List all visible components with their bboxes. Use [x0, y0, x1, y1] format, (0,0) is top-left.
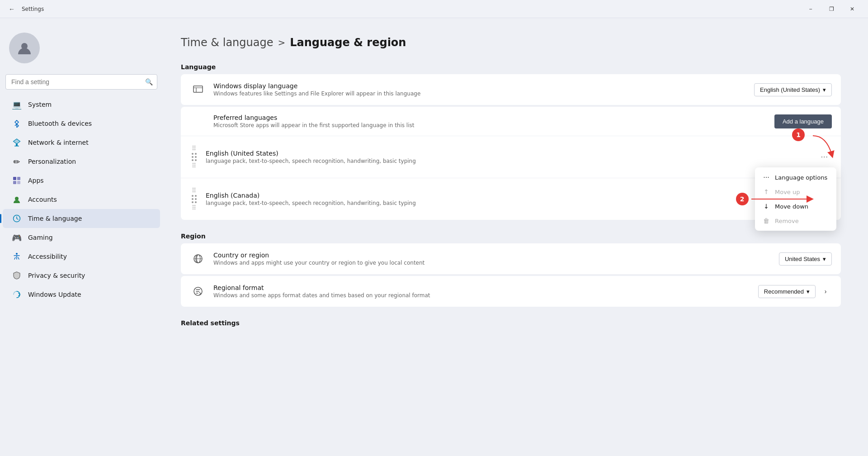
regional-format-dropdown[interactable]: Recommended ▾: [758, 285, 816, 298]
lang2-title: English (Canada): [206, 192, 810, 199]
sidebar-item-label: Accessibility: [28, 253, 67, 260]
country-region-action: United States ▾: [779, 252, 832, 266]
back-button[interactable]: ←: [5, 3, 18, 15]
regional-format-title: Regional format: [213, 284, 751, 291]
search-input[interactable]: [5, 74, 157, 90]
country-region-subtitle: Windows and apps might use your country …: [213, 260, 772, 266]
regional-format-expand[interactable]: ›: [819, 285, 832, 298]
breadcrumb-parent: Time & language: [181, 36, 273, 49]
country-region-dropdown[interactable]: United States ▾: [779, 252, 832, 266]
regional-format-action: Recommended ▾ ›: [758, 285, 832, 298]
gaming-icon: 🎮: [12, 233, 22, 242]
country-region-row: Country or region Windows and apps might…: [181, 243, 841, 274]
svg-rect-10: [193, 86, 203, 92]
network-icon: [12, 138, 22, 147]
context-menu-move-down[interactable]: ↓ Move down: [755, 199, 836, 214]
privacy-icon: [12, 271, 22, 280]
move-down-icon: ↓: [762, 203, 770, 210]
preferred-languages-text: Preferred languages Microsoft Store apps…: [190, 114, 767, 128]
country-region-title: Country or region: [213, 252, 772, 259]
svg-rect-5: [13, 181, 16, 184]
add-language-action: Add a language: [774, 114, 832, 128]
lang1-title: English (United States): [206, 150, 810, 157]
add-language-button[interactable]: Add a language: [774, 114, 832, 128]
remove-icon: 🗑: [762, 217, 770, 224]
lang1-context-menu: ··· Language options ↑ Move up ↓ Move do…: [755, 167, 836, 231]
sidebar-item-accounts[interactable]: Accounts: [3, 190, 160, 209]
lang1-row: English (United States) language pack, t…: [181, 136, 841, 178]
lang2-row: English (Canada) language pack, text-to-…: [181, 178, 841, 220]
context-menu-move-up: ↑ Move up: [755, 185, 836, 199]
sidebar-item-apps[interactable]: Apps: [3, 171, 160, 190]
related-settings-header: Related settings: [181, 319, 841, 327]
context-menu-language-options[interactable]: ··· Language options: [755, 170, 836, 185]
sidebar-item-gaming[interactable]: 🎮 Gaming: [3, 228, 160, 247]
search-area: 🔍: [5, 74, 157, 90]
svg-rect-4: [17, 177, 20, 180]
sidebar-item-privacy[interactable]: Privacy & security: [3, 266, 160, 285]
sidebar-item-label: Accounts: [28, 196, 57, 203]
regional-format-subtitle: Windows and some apps format dates and t…: [213, 292, 751, 299]
sidebar-item-personalization[interactable]: ✏️ Personalization: [3, 152, 160, 171]
main-content: Time & language > Language & region Lang…: [163, 18, 868, 456]
titlebar: ← Settings − ❐ ✕: [0, 0, 868, 18]
language-section: Language Windows display language Window…: [181, 63, 841, 220]
sidebar-item-network[interactable]: Network & internet: [3, 133, 160, 152]
update-icon: [12, 290, 22, 299]
svg-point-7: [15, 197, 19, 200]
sidebar-item-label: Network & internet: [28, 139, 89, 146]
display-language-dropdown[interactable]: English (United States) ▾: [754, 83, 832, 96]
display-language-title: Windows display language: [213, 82, 747, 90]
sidebar-item-label: System: [28, 101, 52, 108]
lang1-actions: 1 ···: [817, 151, 832, 163]
move-up-icon: ↑: [762, 188, 770, 195]
svg-rect-2: [14, 146, 19, 147]
lang1-menu-button[interactable]: ···: [817, 151, 832, 163]
sidebar-item-update[interactable]: Windows Update: [3, 285, 160, 304]
svg-rect-6: [17, 181, 20, 184]
window-controls: − ❐ ✕: [800, 0, 863, 18]
bluetooth-icon: [12, 119, 22, 128]
svg-rect-3: [13, 177, 16, 180]
preferred-languages-title: Preferred languages: [213, 114, 767, 121]
region-section-header: Region: [181, 233, 841, 240]
accessibility-icon: [12, 252, 22, 261]
app-container: 🔍 💻 System Bluetooth & devices: [0, 18, 868, 456]
sidebar-item-accessibility[interactable]: Accessibility: [3, 247, 160, 266]
display-language-card: Windows display language Windows feature…: [181, 74, 841, 105]
region-section: Region Country or region Windows and app…: [181, 233, 841, 307]
sidebar-item-bluetooth[interactable]: Bluetooth & devices: [3, 114, 160, 133]
lang1-subtitle: language pack, text-to-speech, speech re…: [206, 158, 810, 164]
accounts-icon: [12, 195, 22, 204]
maximize-button[interactable]: ❐: [821, 0, 842, 18]
globe-icon: [190, 251, 206, 267]
display-language-text: Windows display language Windows feature…: [213, 82, 747, 97]
lang2-drag-handle[interactable]: [190, 185, 198, 213]
minimize-button[interactable]: −: [800, 0, 821, 18]
close-button[interactable]: ✕: [842, 0, 863, 18]
regional-format-card: Regional format Windows and some apps fo…: [181, 276, 841, 307]
sidebar: 🔍 💻 System Bluetooth & devices: [0, 18, 163, 456]
preferred-languages-row: Preferred languages Microsoft Store apps…: [181, 107, 841, 136]
context-menu-remove: 🗑 Remove: [755, 214, 836, 228]
preferred-languages-card: Preferred languages Microsoft Store apps…: [181, 107, 841, 220]
sidebar-item-label: Windows Update: [28, 291, 81, 298]
language-options-icon: ···: [762, 174, 770, 181]
display-language-icon: [190, 81, 206, 98]
regional-format-text: Regional format Windows and some apps fo…: [213, 284, 751, 299]
sidebar-item-system[interactable]: 💻 System: [3, 95, 160, 114]
sidebar-item-label: Bluetooth & devices: [28, 120, 92, 127]
breadcrumb-current: Language & region: [290, 36, 406, 49]
language-section-header: Language: [181, 63, 841, 71]
lang1-drag-handle[interactable]: [190, 143, 198, 171]
lang1-text: English (United States) language pack, t…: [206, 150, 810, 164]
svg-point-9: [16, 253, 18, 255]
breadcrumb-separator: >: [278, 37, 285, 48]
display-language-subtitle: Windows features like Settings and File …: [213, 90, 747, 97]
display-language-row: Windows display language Windows feature…: [181, 74, 841, 105]
country-region-card: Country or region Windows and apps might…: [181, 243, 841, 274]
sidebar-item-time[interactable]: Time & language: [3, 209, 160, 228]
sidebar-item-label: Gaming: [28, 234, 53, 241]
country-region-text: Country or region Windows and apps might…: [213, 252, 772, 266]
system-icon: 💻: [12, 100, 22, 109]
